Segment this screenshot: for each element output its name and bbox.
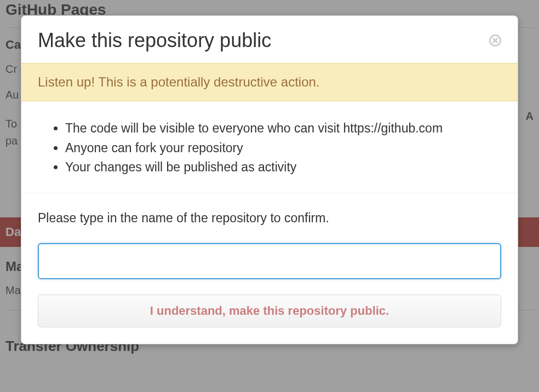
warning-text: Listen up! This is a potentially destruc… xyxy=(38,74,320,89)
modal-header: Make this repository public xyxy=(21,16,518,63)
list-item: Your changes will be published as activi… xyxy=(65,158,501,177)
consequences-list: The code will be visible to everyone who… xyxy=(38,119,501,177)
modal-confirm-section: Please type in the name of the repositor… xyxy=(21,193,518,344)
confirm-instruction: Please type in the name of the repositor… xyxy=(38,211,501,226)
warning-banner: Listen up! This is a potentially destruc… xyxy=(21,63,518,101)
close-icon[interactable] xyxy=(489,34,501,47)
modal-title: Make this repository public xyxy=(38,29,271,52)
make-public-modal: Make this repository public Listen up! T… xyxy=(21,15,518,344)
confirm-make-public-button[interactable]: I understand, make this repository publi… xyxy=(38,295,501,327)
list-item: Anyone can fork your repository xyxy=(65,139,501,158)
repository-name-input[interactable] xyxy=(38,243,501,279)
modal-body: The code will be visible to everyone who… xyxy=(21,101,518,193)
list-item: The code will be visible to everyone who… xyxy=(65,119,501,139)
